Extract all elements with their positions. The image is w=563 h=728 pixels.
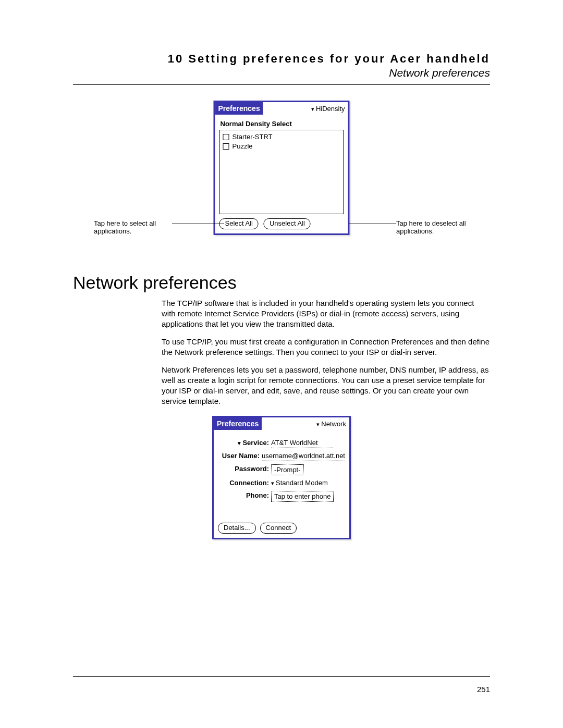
connection-value: Standard Modem (276, 479, 328, 487)
header-rule (73, 84, 490, 85)
page-number: 251 (477, 685, 490, 694)
service-label: Service: (242, 439, 269, 447)
density-app-list: Starter-STRT Puzzle (219, 130, 344, 214)
phone-row: Phone: Tap to enter phone (218, 491, 345, 502)
page-header: 10 Setting preferences for your Acer han… (73, 52, 490, 79)
hidensity-titlebar: Preferences HiDensity (215, 102, 348, 115)
paragraph: The TCP/IP software that is included in … (162, 298, 490, 329)
password-value[interactable]: -Prompt- (271, 464, 304, 475)
leader-line-right (349, 224, 396, 224)
density-app-item[interactable]: Puzzle (223, 142, 340, 151)
connection-row: Connection: Standard Modem (218, 478, 345, 488)
section-heading: Network preferences (73, 273, 490, 293)
figure-hidensity: Preferences HiDensity Normal Density Sel… (73, 101, 490, 257)
figure-network: Preferences Network Service: AT&T WorldN… (73, 416, 490, 539)
manual-page: 10 Setting preferences for your Acer han… (0, 0, 563, 728)
username-value[interactable]: username@worldnet.att.net (262, 451, 345, 461)
connect-button[interactable]: Connect (260, 523, 297, 534)
callout-select-all: Tap here to select all applications. (94, 219, 172, 235)
phone-label: Phone: (218, 491, 271, 500)
network-body: Service: AT&T WorldNet User Name: userna… (214, 430, 349, 538)
network-title: Preferences (214, 417, 262, 430)
chapter-title: 10 Setting preferences for your Acer han… (73, 52, 490, 66)
password-row: Password: -Prompt- (218, 464, 345, 475)
username-row: User Name: username@worldnet.att.net (218, 451, 345, 461)
password-label: Password: (218, 464, 271, 473)
network-fields: Service: AT&T WorldNet User Name: userna… (218, 438, 345, 502)
hidensity-button-row: Select All Unselect All (219, 218, 344, 229)
paragraph: Network Preferences lets you set a passw… (162, 365, 490, 406)
connection-label: Connection: (218, 478, 271, 487)
network-button-row: Details... Connect (218, 523, 345, 534)
density-app-label: Starter-STRT (232, 132, 273, 142)
section-body: The TCP/IP software that is included in … (162, 298, 490, 406)
density-app-item[interactable]: Starter-STRT (223, 132, 340, 142)
checkbox-icon[interactable] (223, 134, 229, 140)
paragraph: To use TCP/IP, you must first create a c… (162, 337, 490, 357)
network-window: Preferences Network Service: AT&T WorldN… (212, 416, 351, 539)
network-category-dropdown[interactable]: Network (316, 420, 349, 428)
select-all-button[interactable]: Select All (219, 218, 259, 229)
chevron-down-icon[interactable] (271, 479, 276, 487)
unselect-all-button[interactable]: Unselect All (264, 218, 311, 229)
header-section-name: Network preferences (73, 67, 490, 79)
density-app-label: Puzzle (232, 142, 253, 151)
leader-line-left (172, 224, 224, 224)
hidensity-window: Preferences HiDensity Normal Density Sel… (214, 101, 350, 235)
hidensity-category-dropdown[interactable]: HiDensity (311, 105, 348, 113)
density-list-label: Normal Density Select (221, 120, 344, 128)
phone-value[interactable]: Tap to enter phone (271, 491, 334, 502)
footer-rule (73, 676, 490, 677)
service-row: Service: AT&T WorldNet (218, 438, 345, 448)
details-button[interactable]: Details... (218, 523, 256, 534)
callout-unselect-all: Tap here to deselect all applications. (396, 219, 474, 235)
hidensity-body: Normal Density Select Starter-STRT Puzzl… (215, 115, 348, 233)
service-value[interactable]: AT&T WorldNet (271, 438, 333, 448)
checkbox-icon[interactable] (223, 143, 229, 150)
username-label: User Name: (218, 451, 262, 460)
hidensity-title: Preferences (215, 102, 263, 115)
network-titlebar: Preferences Network (214, 417, 349, 430)
